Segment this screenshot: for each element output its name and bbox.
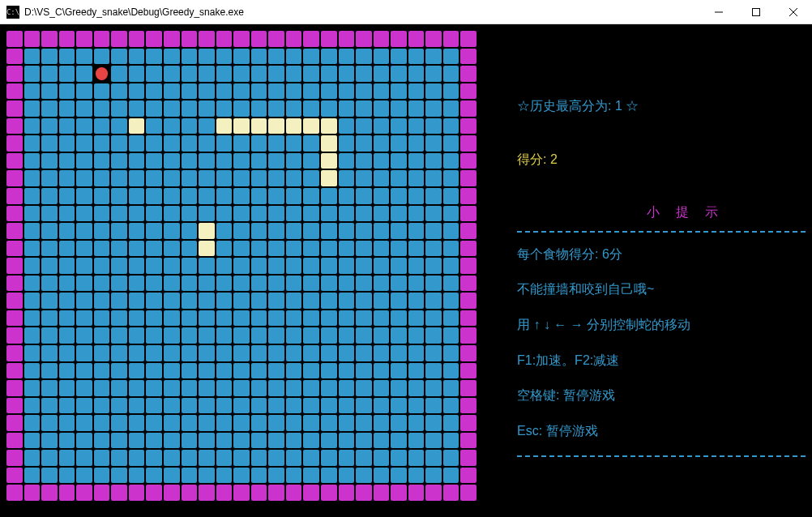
cell: [24, 468, 41, 484]
cell: [408, 415, 425, 431]
high-score-label: ☆历史最高分为: 1 ☆: [517, 96, 806, 117]
wall-cell: [460, 241, 477, 257]
cell: [391, 450, 407, 466]
cell: [41, 153, 58, 169]
cell: [339, 241, 355, 257]
wall-cell: [460, 66, 477, 82]
cell: [182, 100, 198, 117]
cell: [24, 206, 41, 222]
cell: [24, 223, 41, 239]
cell: [233, 363, 250, 379]
cell: [129, 100, 145, 117]
cell: [59, 380, 75, 396]
cell: [443, 223, 459, 239]
cell: [286, 170, 302, 186]
minimize-button[interactable]: [700, 0, 737, 24]
cell: [321, 206, 337, 222]
cell: [339, 66, 355, 82]
game-board[interactable]: [6, 31, 477, 501]
cell: [286, 380, 302, 396]
cell: [286, 100, 302, 117]
cell: [374, 49, 390, 65]
cell: [111, 153, 127, 169]
cell: [94, 450, 110, 466]
cell: [339, 118, 355, 135]
cell: [356, 398, 372, 414]
wall-cell: [460, 327, 477, 344]
close-button[interactable]: [775, 0, 812, 24]
cell: [286, 241, 302, 257]
cell: [303, 258, 319, 274]
cell: [339, 380, 355, 396]
wall-cell: [460, 170, 477, 186]
wall-cell: [6, 241, 23, 257]
cell: [251, 415, 267, 431]
cell: [356, 380, 372, 396]
cell: [182, 293, 198, 309]
wall-cell: [303, 485, 319, 501]
cell: [59, 258, 75, 274]
cell: [164, 153, 180, 169]
cell: [286, 153, 302, 169]
cell: [443, 310, 459, 327]
cell: [182, 415, 198, 431]
cell: [268, 398, 284, 414]
divider-top: [517, 231, 806, 233]
cell: [24, 345, 41, 361]
cell: [391, 100, 407, 117]
wall-cell: [94, 485, 110, 501]
wall-cell: [59, 31, 75, 47]
cell: [251, 49, 267, 65]
cell: [129, 398, 145, 414]
cell: [182, 49, 198, 65]
cell: [251, 327, 267, 344]
cell: [41, 380, 58, 396]
cell: [164, 310, 180, 327]
cell: [182, 450, 198, 466]
cell: [146, 206, 162, 222]
cell: [268, 188, 284, 204]
cell: [339, 49, 355, 65]
cell: [216, 188, 233, 204]
cell: [443, 327, 459, 344]
cell: [425, 188, 442, 204]
wall-cell: [460, 450, 477, 466]
cell: [216, 276, 233, 292]
cell: [164, 223, 180, 239]
cell: [76, 310, 92, 327]
cell: [41, 170, 58, 186]
snake-cell: [268, 118, 284, 135]
cell: [129, 345, 145, 361]
cell: [129, 380, 145, 396]
cell: [408, 398, 425, 414]
titlebar[interactable]: C:\ D:\VS_C\Greedy_snake\Debug\Greedy_sn…: [0, 0, 812, 24]
cell: [251, 100, 267, 117]
cell: [443, 135, 459, 152]
cell: [303, 293, 319, 309]
cell: [111, 468, 127, 484]
cell: [216, 223, 233, 239]
cell: [356, 49, 372, 65]
snake-cell: [321, 153, 337, 169]
cell: [443, 363, 459, 379]
cell: [164, 345, 180, 361]
cell: [199, 135, 215, 152]
cell: [356, 345, 372, 361]
cell: [339, 345, 355, 361]
snake-cell: [251, 118, 267, 135]
cell: [374, 363, 390, 379]
cell: [94, 276, 110, 292]
cell: [303, 170, 319, 186]
cell: [339, 153, 355, 169]
window-title: D:\VS_C\Greedy_snake\Debug\Greedy_snake.…: [24, 6, 700, 18]
cell: [303, 345, 319, 361]
cell: [251, 398, 267, 414]
cell: [391, 433, 407, 449]
cell: [41, 327, 58, 344]
cell: [24, 241, 41, 257]
cell: [146, 188, 162, 204]
cell: [303, 415, 319, 431]
cell: [24, 327, 41, 344]
maximize-button[interactable]: [737, 0, 775, 24]
cell: [164, 293, 180, 309]
